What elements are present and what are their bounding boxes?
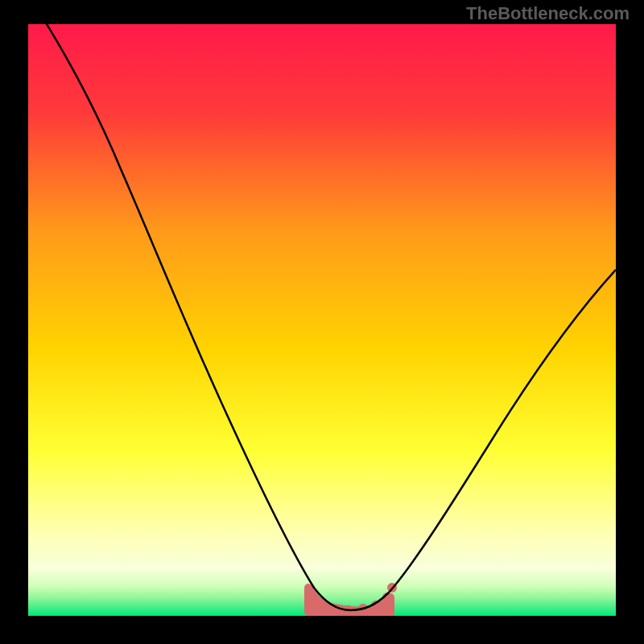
bottleneck-curve [28, 24, 616, 616]
chart-plot-area [28, 24, 616, 616]
highlight-dot [307, 589, 316, 599]
curve-left-branch [44, 24, 350, 610]
watermark-text: TheBottleneck.com [466, 3, 630, 24]
curve-right-branch [350, 270, 616, 610]
